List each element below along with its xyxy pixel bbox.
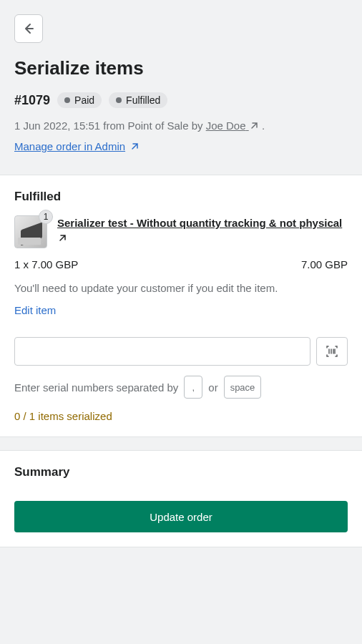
section-title: Fulfilled xyxy=(14,190,348,204)
qty-badge: 1 xyxy=(39,210,53,224)
badge-paid: Paid xyxy=(57,92,102,108)
page-title: Serialize items xyxy=(14,57,348,79)
serial-input[interactable] xyxy=(14,337,310,366)
external-link-icon xyxy=(249,121,259,131)
serialized-progress: 0 / 1 items serialized xyxy=(14,410,348,422)
hint-prefix: Enter serial numbers separated by xyxy=(14,381,178,394)
author-link[interactable]: Joe Doe xyxy=(206,119,259,132)
meta-suffix: . xyxy=(259,119,265,132)
barcode-scan-button[interactable] xyxy=(316,337,348,366)
external-link-icon xyxy=(57,233,67,243)
order-id: #1079 xyxy=(14,93,50,108)
hint-or: or xyxy=(208,381,217,394)
serial-hint: Enter serial numbers separated by , or s… xyxy=(14,376,348,399)
manage-admin-link[interactable]: Manage order in Admin xyxy=(14,140,140,152)
product-title-link[interactable]: Serializer test - Without quantity track… xyxy=(57,215,348,245)
badge-fulfilled-label: Fulfilled xyxy=(126,94,160,106)
back-button[interactable] xyxy=(14,14,43,43)
key-comma: , xyxy=(184,376,202,399)
fulfilled-section: Fulfilled 1 Serializer test - Without qu… xyxy=(0,175,362,437)
order-meta: 1 Jun 2022, 15:51 from Point of Sale by … xyxy=(14,119,348,132)
barcode-icon xyxy=(325,344,339,358)
dot-icon xyxy=(64,97,70,103)
meta-prefix: 1 Jun 2022, 15:51 from Point of Sale by xyxy=(14,119,206,132)
key-space: space xyxy=(224,376,262,399)
edit-note: You'll need to update your customer if y… xyxy=(14,282,348,294)
dot-icon xyxy=(116,97,122,103)
summary-title: Summary xyxy=(14,465,348,479)
arrow-left-icon xyxy=(21,21,36,36)
update-order-button[interactable]: Update order xyxy=(14,501,348,532)
qty-price: 1 x 7.00 GBP xyxy=(14,258,78,270)
edit-item-link[interactable]: Edit item xyxy=(14,304,56,316)
external-link-icon xyxy=(129,142,140,152)
line-total: 7.00 GBP xyxy=(301,258,348,270)
summary-section: Summary Update order xyxy=(0,450,362,547)
product-thumbnail: 1 xyxy=(14,215,47,248)
badge-fulfilled: Fulfilled xyxy=(109,92,167,108)
badge-paid-label: Paid xyxy=(74,94,94,106)
